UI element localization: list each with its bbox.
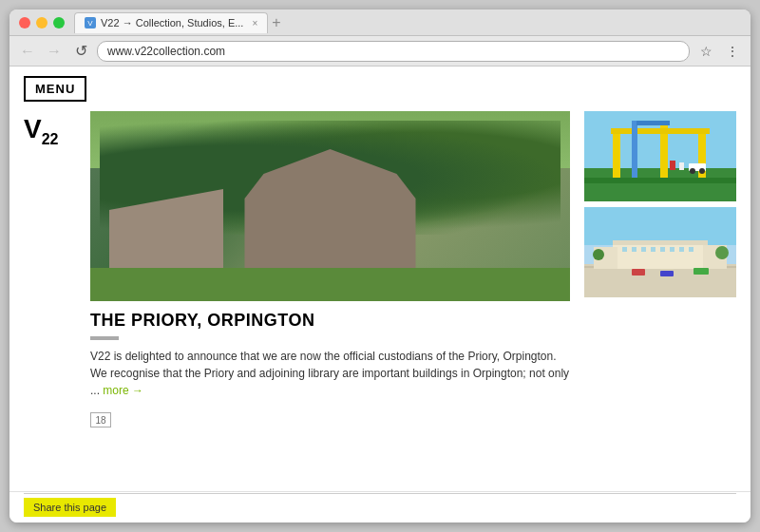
tab-close-button[interactable]: × — [252, 18, 257, 28]
svg-rect-19 — [613, 240, 708, 245]
more-link[interactable]: more → — [103, 384, 143, 397]
logo-column: V22 — [24, 111, 76, 491]
svg-rect-6 — [632, 121, 637, 178]
browser-toolbar: ← → ↺ ☆ ⋮ — [10, 36, 750, 66]
svg-rect-32 — [632, 269, 645, 276]
lego-svg — [584, 111, 736, 201]
thumb-render[interactable] — [584, 207, 736, 297]
svg-rect-28 — [679, 247, 684, 252]
browser-window: V V22 → Collection, Studios, E... × + ← … — [10, 10, 750, 522]
svg-rect-8 — [670, 161, 675, 170]
svg-rect-2 — [613, 130, 620, 178]
svg-point-12 — [699, 168, 705, 174]
share-button[interactable]: Share this page — [24, 498, 116, 517]
svg-rect-9 — [679, 162, 684, 170]
titlebar: V V22 → Collection, Studios, E... × + — [10, 10, 750, 36]
svg-rect-16 — [584, 264, 736, 297]
article-body: V22 is delighted to announce that we are… — [90, 348, 570, 399]
center-column: THE PRIORY, ORPINGTON V22 is delighted t… — [90, 111, 570, 491]
render-svg — [584, 207, 736, 297]
minimize-button[interactable] — [36, 17, 48, 28]
right-column — [584, 111, 736, 491]
bookmark-button[interactable]: ☆ — [695, 41, 716, 62]
svg-rect-5 — [611, 128, 710, 134]
page-inner: MENU V22 — [10, 66, 750, 522]
site-header: MENU — [10, 66, 750, 111]
svg-rect-26 — [660, 247, 665, 252]
svg-rect-27 — [670, 247, 674, 252]
svg-rect-22 — [622, 247, 627, 252]
svg-point-31 — [715, 246, 729, 259]
forward-button[interactable]: → — [44, 41, 65, 62]
svg-rect-33 — [660, 271, 674, 276]
page-divider — [24, 493, 736, 494]
main-layout: V22 THE PRIORY, ORPINGTON — [10, 111, 750, 491]
address-bar[interactable] — [97, 41, 690, 62]
browser-tab[interactable]: V V22 → Collection, Studios, E... × — [74, 12, 268, 33]
svg-rect-25 — [651, 247, 656, 252]
browser-menu-button[interactable]: ⋮ — [722, 41, 743, 62]
article-divider — [90, 336, 119, 340]
article-title: THE PRIORY, ORPINGTON — [90, 311, 570, 331]
page-content: MENU V22 — [10, 66, 750, 522]
new-tab-button[interactable]: + — [272, 15, 280, 30]
svg-rect-23 — [632, 247, 636, 252]
svg-rect-34 — [694, 268, 709, 275]
svg-rect-13 — [584, 178, 736, 183]
tab-title: V22 → Collection, Studios, E... — [101, 17, 243, 28]
hero-grass — [90, 268, 570, 301]
back-button[interactable]: ← — [17, 41, 38, 62]
svg-point-30 — [593, 249, 604, 260]
tab-bar: V V22 → Collection, Studios, E... × + — [74, 12, 741, 33]
menu-button[interactable]: MENU — [24, 76, 86, 102]
page-footer: Share this page — [10, 491, 750, 522]
thumb-lego[interactable] — [584, 111, 736, 201]
svg-rect-7 — [636, 121, 670, 125]
tab-favicon: V — [85, 17, 96, 28]
refresh-button[interactable]: ↺ — [70, 41, 91, 62]
window-controls — [19, 17, 65, 28]
site-logo: V22 — [24, 116, 59, 147]
svg-point-11 — [690, 168, 695, 174]
article-number: 18 — [90, 412, 111, 428]
close-button[interactable] — [19, 17, 30, 28]
maximize-button[interactable] — [53, 17, 65, 28]
hero-image — [90, 111, 570, 301]
svg-rect-24 — [641, 247, 646, 252]
svg-rect-29 — [689, 247, 694, 252]
